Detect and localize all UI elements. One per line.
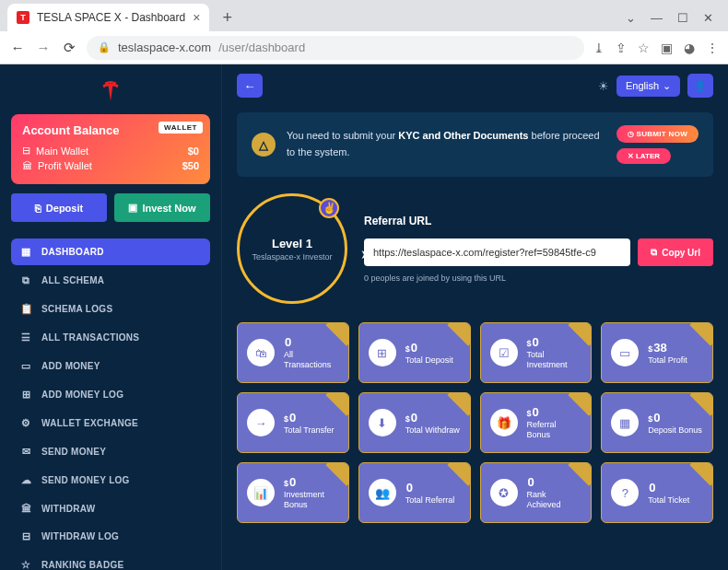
nav-label: WITHDRAW LOG bbox=[41, 531, 119, 541]
referral-label: Referral URL bbox=[364, 215, 713, 227]
browser-tab[interactable]: T TESLA SPACE X - Dashboard × bbox=[7, 4, 209, 31]
window-controls: ⌄ ― ☐ ✕ bbox=[626, 11, 721, 25]
nav-withdraw[interactable]: 🏛WITHDRAW bbox=[11, 495, 210, 521]
chevron-down-icon: ⌄ bbox=[663, 80, 671, 92]
favicon-icon: T bbox=[17, 11, 29, 24]
later-button[interactable]: ✕ LATER bbox=[616, 148, 671, 164]
balance-card: WALLET Account Balance ⊟Main Wallet $0 🏛… bbox=[11, 114, 210, 184]
card-deposit-bonus[interactable]: ▦$0Deposit Bonus bbox=[601, 392, 713, 453]
level-title: Level 1 bbox=[272, 237, 312, 250]
card-all-transactions[interactable]: 🛍0All Transactions bbox=[237, 322, 349, 383]
url-field[interactable]: 🔒 teslaspace-x.com/user/dashboard bbox=[87, 36, 584, 60]
close-window-icon[interactable]: ✕ bbox=[703, 11, 713, 25]
card-icon: ▭ bbox=[20, 360, 32, 372]
back-button[interactable]: ← bbox=[237, 74, 263, 98]
url-host: teslaspace-x.com bbox=[118, 41, 211, 54]
card-total-referral[interactable]: 👥0Total Referral bbox=[358, 462, 471, 523]
referral-url-input[interactable] bbox=[364, 238, 630, 266]
tesla-logo-icon bbox=[101, 81, 120, 101]
share-icon[interactable]: ⇪ bbox=[616, 41, 627, 55]
wallet-icon: ⊟ bbox=[22, 145, 30, 157]
card-total-profit[interactable]: ▭$38Total Profit bbox=[601, 322, 713, 383]
user-button[interactable]: 👤 bbox=[687, 74, 713, 98]
deposit-label: Deposit bbox=[46, 203, 83, 214]
card-total-transfer[interactable]: →$0Total Transfer bbox=[237, 392, 349, 453]
card-total-investment[interactable]: ☑$0Total Investment bbox=[480, 322, 593, 383]
stats-grid: 🛍0All Transactions ⊞$0Total Deposit ☑$0T… bbox=[237, 322, 713, 523]
card-value: 0 bbox=[649, 481, 655, 494]
nav-schema-logs[interactable]: 📋SCHEMA LOGS bbox=[11, 296, 210, 322]
submit-now-button[interactable]: ◷ SUBMIT NOW bbox=[616, 125, 699, 143]
nav-add-money[interactable]: ▭ADD MONEY bbox=[11, 353, 210, 379]
menu-icon[interactable]: ⋮ bbox=[706, 41, 719, 55]
card-value: 0 bbox=[406, 481, 413, 494]
nav-label: ADD MONEY LOG bbox=[41, 390, 123, 400]
card-label: Total Deposit bbox=[405, 355, 453, 366]
forward-icon[interactable]: → bbox=[35, 40, 52, 55]
log-icon: ⊞ bbox=[20, 389, 32, 401]
doc-icon: ⊟ bbox=[20, 530, 32, 542]
card-value: 0 bbox=[285, 335, 291, 349]
arrow-icon: → bbox=[247, 409, 275, 436]
card-referral-bonus[interactable]: 🎁$0Referral Bonus bbox=[480, 392, 593, 453]
nav-label: SEND MONEY bbox=[41, 447, 106, 457]
deposit-button[interactable]: ⎘Deposit bbox=[11, 193, 107, 222]
card-label: Total Withdraw bbox=[405, 425, 460, 436]
nav-withdraw-log[interactable]: ⊟WITHDRAW LOG bbox=[11, 523, 210, 550]
nav-label: ALL SCHEMA bbox=[41, 275, 104, 285]
users-icon: 👥 bbox=[369, 479, 396, 506]
card-value: 0 bbox=[289, 475, 296, 489]
card-total-ticket[interactable]: ?0Total Ticket bbox=[601, 462, 713, 523]
nav-all-transactions[interactable]: ☰ALL TRANSACTIONS bbox=[11, 324, 210, 351]
reload-icon[interactable]: ⟳ bbox=[61, 40, 77, 56]
warning-icon: △ bbox=[252, 133, 276, 157]
nav-send-money-log[interactable]: ☁SEND MONEY LOG bbox=[11, 467, 210, 494]
minimize-icon[interactable]: ― bbox=[651, 11, 663, 25]
new-tab-button[interactable]: + bbox=[215, 8, 240, 28]
clipboard-icon: 📋 bbox=[20, 303, 32, 315]
submit-label: SUBMIT NOW bbox=[637, 130, 687, 138]
nav-all-schema[interactable]: ⧉ALL SCHEMA bbox=[11, 267, 210, 294]
card-investment-bonus[interactable]: 📊$0Investment Bonus bbox=[237, 462, 349, 523]
main-wallet-label: Main Wallet bbox=[36, 145, 88, 157]
send-icon: ✉ bbox=[20, 446, 32, 458]
cloud-icon: ☁ bbox=[20, 474, 32, 486]
badge-icon: ✪ bbox=[490, 479, 518, 506]
card-rank-achieved[interactable]: ✪0Rank Achieved bbox=[480, 462, 593, 523]
nav-ranking-badge[interactable]: ☆RANKING BADGE bbox=[11, 552, 210, 570]
calendar-icon: ▦ bbox=[611, 409, 639, 436]
back-icon[interactable]: ← bbox=[9, 40, 26, 55]
kyc-notice: △ You need to submit your KYC and Other … bbox=[237, 112, 713, 177]
nav-add-money-log[interactable]: ⊞ADD MONEY LOG bbox=[11, 381, 210, 408]
card-total-deposit[interactable]: ⊞$0Total Deposit bbox=[358, 322, 471, 383]
nav-dashboard[interactable]: ▦DASHBOARD bbox=[11, 238, 210, 265]
referral-note: 0 peoples are joined by using this URL bbox=[364, 273, 713, 283]
nav-label: DASHBOARD bbox=[41, 247, 104, 257]
check-icon: ☑ bbox=[490, 339, 518, 366]
close-tab-icon[interactable]: × bbox=[193, 10, 200, 25]
card-total-withdraw[interactable]: ⬇$0Total Withdraw bbox=[358, 392, 471, 453]
install-icon[interactable]: ⤓ bbox=[593, 41, 605, 55]
profile-icon[interactable]: ◕ bbox=[684, 41, 695, 55]
theme-toggle-icon[interactable]: ☀ bbox=[598, 79, 609, 93]
bookmark-icon[interactable]: ☆ bbox=[638, 41, 650, 55]
extensions-icon[interactable]: ▣ bbox=[661, 41, 673, 55]
list-icon: ☰ bbox=[20, 332, 32, 343]
nav-wallet-exchange[interactable]: ⚙WALLET EXCHANGE bbox=[11, 410, 210, 436]
card-value: 0 bbox=[533, 335, 539, 349]
nav-send-money[interactable]: ✉SEND MONEY bbox=[11, 438, 210, 465]
maximize-icon[interactable]: ☐ bbox=[677, 11, 688, 25]
card-value: 0 bbox=[528, 475, 534, 489]
copy-url-button[interactable]: ⧉Copy Url bbox=[638, 238, 713, 266]
language-label: English bbox=[626, 80, 659, 91]
invest-button[interactable]: ▣Invest Now bbox=[114, 193, 210, 222]
chevron-down-icon[interactable]: ⌄ bbox=[626, 11, 636, 25]
browser-chrome: T TESLA SPACE X - Dashboard × + ⌄ ― ☐ ✕ … bbox=[0, 0, 728, 64]
card-label: Investment Bonus bbox=[284, 490, 339, 510]
nav-label: WITHDRAW bbox=[41, 504, 96, 514]
help-icon: ? bbox=[611, 479, 639, 506]
language-button[interactable]: English⌄ bbox=[616, 76, 680, 97]
copy-icon: ⧉ bbox=[20, 274, 32, 286]
card-value: 38 bbox=[653, 341, 666, 355]
exchange-icon: ⚙ bbox=[20, 417, 32, 429]
